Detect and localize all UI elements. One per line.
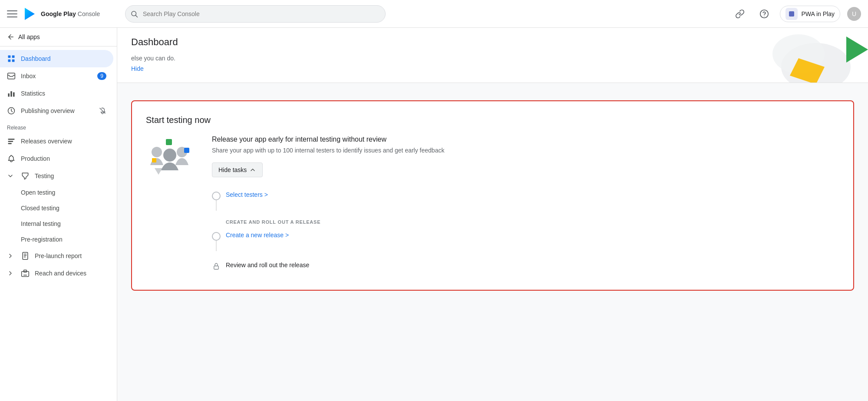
task-label-select-testers[interactable]: Select testers >: [226, 191, 268, 198]
sidebar: All apps Dashboard: [0, 28, 117, 401]
sidebar-item-publishing-overview[interactable]: Publishing overview: [0, 102, 113, 119]
search-icon: [130, 10, 138, 18]
sidebar-item-closed-testing[interactable]: Closed testing: [0, 200, 113, 216]
chevron-right-icon2: [7, 270, 14, 277]
help-icon-button[interactable]: [756, 5, 773, 23]
statistics-icon: [7, 89, 16, 98]
sidebar-item-label: Releases overview: [21, 138, 72, 145]
topbar: Google Play Console: [0, 0, 868, 28]
back-arrow-icon: [7, 33, 15, 41]
svg-rect-4: [789, 11, 794, 17]
link-icon: [735, 9, 745, 19]
sidebar-item-label: Pre-registration: [21, 236, 63, 243]
svg-line-1: [135, 15, 137, 17]
pre-launch-icon: [21, 252, 30, 260]
sidebar-item-open-testing[interactable]: Open testing: [0, 185, 113, 200]
task-list: Select testers > CREATE AND ROLL OUT A R…: [212, 186, 839, 276]
sidebar-item-inbox[interactable]: Inbox 9: [0, 67, 113, 85]
sidebar-item-label: Production: [21, 155, 50, 162]
main-content: Dashboard else you can do. Hide Start: [117, 28, 868, 401]
hamburger-icon[interactable]: [7, 9, 17, 19]
svg-rect-16: [23, 252, 28, 260]
sidebar-item-statistics[interactable]: Statistics: [0, 85, 113, 102]
sidebar-item-label: Testing: [35, 172, 54, 179]
sidebar-item-internal-testing[interactable]: Internal testing: [0, 216, 113, 232]
hide-link[interactable]: Hide: [131, 65, 144, 72]
sidebar-item-dashboard[interactable]: Dashboard: [0, 50, 113, 67]
svg-rect-15: [8, 143, 12, 144]
chevron-down-icon: [7, 172, 14, 179]
releases-overview-icon: [7, 137, 16, 146]
lock-icon: [212, 262, 221, 271]
svg-rect-13: [8, 139, 15, 140]
sidebar-item-label: Reach and devices: [35, 270, 86, 277]
intro-text: else you can do.: [131, 55, 854, 62]
svg-rect-9: [8, 93, 10, 97]
start-testing-card: Start testing now: [131, 100, 854, 291]
sidebar-item-production[interactable]: Production: [0, 150, 113, 167]
search-input[interactable]: [125, 5, 386, 23]
link-icon-button[interactable]: [731, 5, 749, 23]
svg-rect-24: [166, 139, 172, 145]
svg-point-22: [163, 149, 176, 162]
inbox-badge: 9: [97, 72, 106, 80]
topbar-left: Google Play Console: [7, 7, 120, 21]
task-item-review-release: Review and roll out the release: [212, 256, 839, 276]
app-name-label: PWA in Play: [801, 10, 835, 17]
production-icon: [7, 154, 16, 163]
all-apps-label: All apps: [18, 33, 40, 40]
sidebar-item-label: Pre-launch report: [35, 252, 82, 259]
testing-icon: [21, 172, 30, 180]
reach-devices-icon: [21, 269, 30, 278]
card-description: Share your app with up to 100 internal t…: [212, 147, 839, 154]
task-circle-2: [212, 232, 221, 241]
sidebar-item-releases-overview[interactable]: Releases overview: [0, 133, 113, 150]
card-content: Release your app early for internal test…: [212, 136, 839, 276]
play-logo-icon: [23, 7, 37, 21]
svg-point-3: [764, 15, 765, 16]
help-icon: [759, 9, 769, 19]
svg-rect-25: [152, 158, 156, 162]
sidebar-nav: Dashboard Inbox 9: [0, 46, 117, 285]
topbar-right: PWA in Play U: [731, 5, 861, 23]
svg-rect-18: [24, 270, 27, 272]
chevron-right-icon: [7, 252, 14, 259]
app-chip[interactable]: PWA in Play: [780, 6, 840, 22]
svg-rect-10: [10, 91, 12, 97]
avatar[interactable]: U: [847, 7, 861, 21]
task-label-create-release[interactable]: Create a new release >: [226, 232, 289, 239]
card-illustration: [146, 136, 198, 276]
svg-rect-5: [8, 56, 11, 58]
inbox-icon: [7, 72, 16, 80]
app-icon: [785, 8, 798, 20]
svg-rect-8: [12, 60, 15, 62]
create-release-section-label: CREATE AND ROLL OUT A RELEASE: [212, 216, 839, 226]
sidebar-item-label: Internal testing: [21, 220, 61, 227]
dashboard-icon: [7, 54, 16, 63]
search-bar-wrap: [125, 5, 386, 23]
svg-rect-7: [8, 60, 11, 62]
sidebar-item-pre-launch-report[interactable]: Pre-launch report: [0, 247, 113, 265]
task-item-create-release: Create a new release >: [212, 226, 839, 256]
logo-text: Google Play Console: [41, 10, 100, 17]
svg-rect-27: [214, 266, 219, 269]
main-content-area: Start testing now: [117, 83, 868, 301]
svg-rect-14: [8, 141, 13, 142]
logo-area: Google Play Console: [23, 7, 100, 21]
sidebar-item-label: Inbox: [21, 73, 36, 80]
task-label-review-release: Review and roll out the release: [226, 262, 309, 268]
sidebar-item-label: Dashboard: [21, 55, 51, 62]
sidebar-item-reach-and-devices[interactable]: Reach and devices: [0, 265, 113, 282]
sidebar-item-pre-registration[interactable]: Pre-registration: [0, 232, 113, 247]
sidebar-item-label: Statistics: [21, 90, 45, 97]
svg-rect-26: [184, 148, 189, 153]
svg-point-21: [152, 147, 162, 157]
task-circle: [212, 192, 221, 200]
card-body: Release your app early for internal test…: [146, 136, 839, 276]
task-connector: [216, 200, 217, 211]
sidebar-item-label: Publishing overview: [21, 107, 75, 114]
svg-point-19: [781, 43, 851, 83]
sidebar-item-testing[interactable]: Testing: [0, 167, 113, 185]
hide-tasks-button[interactable]: Hide tasks: [212, 162, 263, 177]
all-apps-button[interactable]: All apps: [0, 28, 117, 46]
